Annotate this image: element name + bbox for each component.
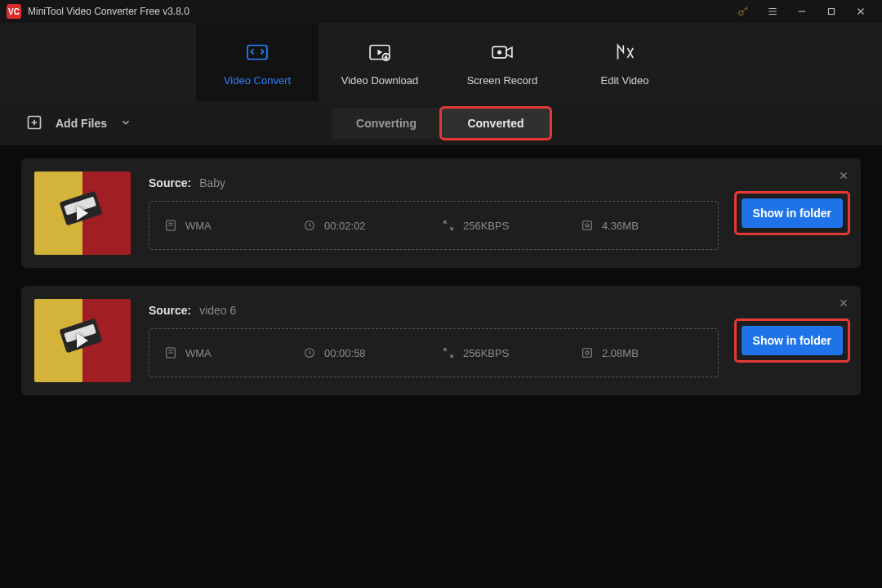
svg-point-0 — [739, 11, 743, 15]
show-in-folder-button[interactable]: Show in folder — [742, 326, 843, 355]
source-name: Baby — [199, 176, 225, 189]
record-icon — [488, 38, 516, 66]
thumbnail[interactable] — [34, 172, 131, 255]
show-in-folder-highlight: Show in folder — [737, 194, 848, 233]
seg-converted[interactable]: Converted — [441, 108, 550, 139]
spec-duration: 00:02:02 — [303, 219, 442, 232]
spec-duration: 00:00:58 — [303, 346, 442, 359]
svg-point-12 — [586, 224, 589, 227]
titlebar: VC MiniTool Video Converter Free v3.8.0 — [0, 0, 882, 23]
svg-rect-2 — [247, 45, 267, 59]
maximize-button[interactable] — [817, 0, 846, 23]
seg-converting[interactable]: Converting — [332, 108, 441, 139]
tab-edit-video[interactable]: Edit Video — [564, 23, 686, 101]
status-segment: Converting Converted — [332, 108, 550, 139]
convert-icon — [243, 38, 271, 66]
tab-label: Video Convert — [224, 74, 291, 87]
tab-label: Video Download — [341, 74, 418, 87]
app-logo: VC — [7, 4, 21, 19]
play-icon — [77, 206, 88, 220]
svg-point-16 — [586, 351, 589, 354]
converted-item: Source: Baby WMA 00:02:02 256KBPS — [21, 158, 861, 268]
source-label: Source: — [149, 304, 191, 317]
source-label: Source: — [149, 176, 191, 189]
spec-bitrate: 256KBPS — [442, 219, 581, 232]
svg-rect-1 — [829, 9, 835, 15]
svg-marker-4 — [377, 49, 382, 55]
show-in-folder-highlight: Show in folder — [737, 321, 848, 360]
converted-item: Source: video 6 WMA 00:00:58 256KBPS — [21, 286, 861, 395]
add-file-icon — [26, 114, 42, 133]
tab-video-download[interactable]: Video Download — [318, 23, 441, 101]
toolbar: Add Files Converting Converted — [0, 101, 882, 145]
spec-format: WMA — [164, 346, 303, 359]
tab-video-convert[interactable]: Video Convert — [196, 23, 318, 101]
show-in-folder-button[interactable]: Show in folder — [742, 198, 843, 228]
minimize-button[interactable] — [787, 0, 817, 23]
tab-label: Screen Record — [467, 74, 538, 87]
play-icon — [77, 333, 88, 348]
spec-size: 4.36MB — [581, 219, 695, 232]
source-name: video 6 — [199, 304, 236, 317]
remove-item-button[interactable] — [838, 170, 849, 185]
download-icon — [366, 38, 394, 66]
main-tabs: Video Convert Video Download Screen Reco… — [0, 23, 882, 101]
spec-size: 2.08MB — [581, 346, 695, 359]
spec-row: WMA 00:00:58 256KBPS 2.08MB — [149, 328, 719, 377]
remove-item-button[interactable] — [838, 297, 849, 312]
add-files-label: Add Files — [56, 117, 107, 130]
tab-label: Edit Video — [600, 74, 648, 87]
edit-icon — [611, 38, 639, 66]
upgrade-key-icon[interactable] — [728, 0, 758, 23]
svg-rect-11 — [583, 221, 592, 230]
svg-rect-15 — [583, 349, 592, 358]
close-window-button[interactable] — [846, 0, 875, 23]
spec-bitrate: 256KBPS — [442, 346, 581, 359]
spec-row: WMA 00:02:02 256KBPS 4.36MB — [149, 201, 719, 250]
menu-icon[interactable] — [758, 0, 787, 23]
tab-screen-record[interactable]: Screen Record — [441, 23, 564, 101]
thumbnail[interactable] — [34, 299, 131, 382]
app-title: MiniTool Video Converter Free v3.8.0 — [28, 6, 189, 17]
converted-list: Source: Baby WMA 00:02:02 256KBPS — [0, 145, 882, 408]
spec-format: WMA — [164, 219, 303, 232]
add-files-button[interactable]: Add Files — [26, 114, 131, 133]
svg-point-7 — [497, 50, 501, 54]
chevron-down-icon — [120, 117, 131, 131]
